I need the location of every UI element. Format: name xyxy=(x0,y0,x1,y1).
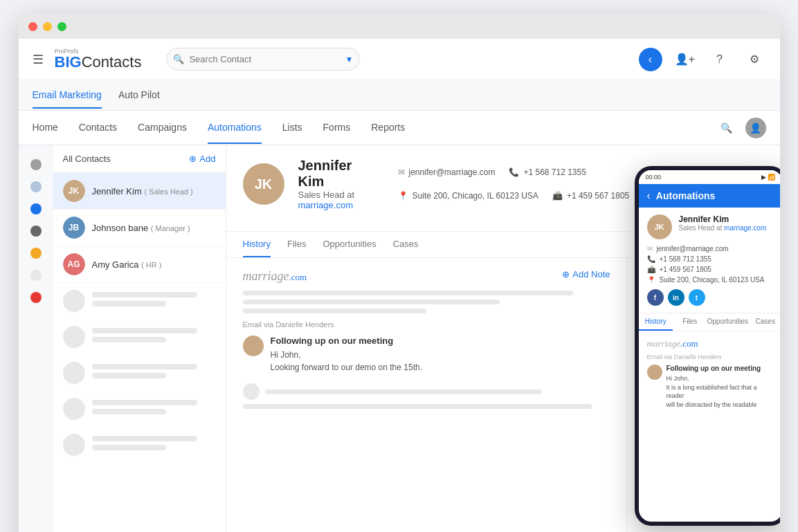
mobile-tab-history[interactable]: History xyxy=(639,313,673,331)
plus-icon-note: ⊕ xyxy=(562,269,570,279)
mobile-email-greeting: Hi John, xyxy=(666,374,774,383)
detail-name-role: Jennifer Kim Sales Head at marriage.com xyxy=(298,158,370,210)
mobile-facebook-icon[interactable]: f xyxy=(647,289,664,306)
detail-role: Sales Head at marriage.com xyxy=(298,190,370,210)
search-icon: 🔍 xyxy=(173,54,184,64)
detail-avatar: JK xyxy=(243,163,284,205)
mobile-social-icons: f in t xyxy=(647,289,774,306)
address-info: 📍 Suite 200, Chicago, IL 60123 USA xyxy=(398,191,538,201)
add-user-button[interactable]: 👤+ xyxy=(673,48,697,71)
mobile-address-info: 📍 Suite 200, Chicago, IL 60123 USA xyxy=(647,276,774,284)
mobile-tab-opportunities[interactable]: Opportunities xyxy=(707,313,748,331)
mobile-company-link[interactable]: marriage.com xyxy=(724,224,766,232)
tab-email-marketing[interactable]: Email Marketing xyxy=(33,82,102,109)
skeleton-item-4 xyxy=(53,391,226,427)
sidebar-dot-5[interactable] xyxy=(30,248,42,259)
mobile-email-text1: It is a long established fact that a rea… xyxy=(666,383,774,401)
tab-auto-pilot[interactable]: Auto Pilot xyxy=(118,82,160,109)
mobile-header-title: Automations xyxy=(656,190,716,201)
help-button[interactable]: ? xyxy=(708,48,732,71)
mobile-location-icon: 📍 xyxy=(647,276,655,284)
sidebar-dot-4[interactable] xyxy=(30,226,42,237)
close-dot[interactable] xyxy=(28,22,37,31)
skeleton-group-2 xyxy=(243,383,610,409)
nav-home[interactable]: Home xyxy=(33,112,58,144)
mobile-email-row: Following up on our meeting Hi John, It … xyxy=(647,365,774,409)
mobile-tab-files[interactable]: Files xyxy=(673,313,707,331)
mobile-screen: 00:00 ▶ 📶 ‹ Automations JK Jennifer Kim xyxy=(639,170,780,522)
contact-info-johnson: Johnson bane ( Manager ) xyxy=(92,223,216,233)
detail-name: Jennifer Kim xyxy=(298,158,370,190)
logo: ProProfs BIGContacts xyxy=(55,48,142,70)
skeleton-line-1 xyxy=(243,291,574,295)
menu-icon[interactable]: ☰ xyxy=(33,52,44,67)
contact-detail-fields: ✉ jennifer@marriage.com 📞 +1 568 712 135… xyxy=(398,167,672,201)
mobile-status-bar: 00:00 ▶ 📶 xyxy=(639,170,780,184)
marriage-logo: marriage.com xyxy=(243,269,610,284)
skeleton-item-1 xyxy=(53,283,226,319)
sidebar-dot-3[interactable] xyxy=(30,203,42,214)
sidebar-dot-2[interactable] xyxy=(30,181,42,192)
contacts-title: All Contacts xyxy=(63,154,111,164)
tab-opportunities[interactable]: Opportunities xyxy=(323,232,376,257)
contact-name-jennifer: Jennifer Kim ( Sales Head ) xyxy=(92,186,216,196)
mobile-fax-info: 📠 +1 459 567 1805 xyxy=(647,266,774,273)
contact-item-amy[interactable]: AG Amy Garica ( HR ) xyxy=(53,246,226,283)
location-icon: 📍 xyxy=(398,191,408,201)
tab-cases[interactable]: Cases xyxy=(393,232,419,257)
plus-icon: ⊕ xyxy=(189,154,197,164)
mobile-email-avatar xyxy=(647,365,662,380)
nav-automations[interactable]: Automations xyxy=(208,112,262,144)
contact-item-jennifer[interactable]: JK Jennifer Kim ( Sales Head ) xyxy=(53,173,226,210)
avatar-jennifer: JK xyxy=(63,180,85,202)
nav-forms[interactable]: Forms xyxy=(323,112,351,144)
minimize-dot[interactable] xyxy=(43,22,52,31)
mobile-contact-name: Jennifer Kim xyxy=(679,214,767,224)
mobile-twitter-icon[interactable]: t xyxy=(689,289,705,306)
mobile-tab-cases[interactable]: Cases xyxy=(748,313,780,331)
mobile-back-button[interactable]: ‹ xyxy=(647,190,651,202)
sidebar-dot-1[interactable] xyxy=(30,159,42,170)
contact-item-johnson[interactable]: JB Johnson bane ( Manager ) xyxy=(53,210,226,246)
browser-titlebar xyxy=(19,14,780,39)
logo-big: BIG xyxy=(55,53,82,71)
dropdown-arrow-icon[interactable]: ▼ xyxy=(345,55,354,64)
contact-name-johnson: Johnson bane ( Manager ) xyxy=(92,223,216,233)
avatar-amy: AG xyxy=(63,253,85,275)
email-info: ✉ jennifer@marriage.com xyxy=(398,167,496,177)
nav-lists[interactable]: Lists xyxy=(282,112,302,144)
search-input[interactable] xyxy=(166,48,360,71)
email-subject: Following up on our meeting xyxy=(271,336,610,346)
history-panel: ⊕ Add Note marriage.com Email via Daniel… xyxy=(226,258,628,532)
search-icon-main[interactable]: 🔍 xyxy=(716,118,737,138)
main-nav-icons: 🔍 👤 xyxy=(716,118,766,138)
company-link[interactable]: marriage.com xyxy=(298,200,353,210)
mobile-email-text2: will be distracted by the readable xyxy=(666,401,774,410)
user-avatar-icon[interactable]: 👤 xyxy=(745,118,766,138)
add-note-button[interactable]: ⊕ Add Note xyxy=(562,269,610,279)
main-nav: Home Contacts Campaigns Automations List… xyxy=(19,111,780,145)
email-sender-avatar xyxy=(243,336,264,356)
email-greeting: Hi John, xyxy=(271,350,610,360)
fax-info: 📠 +1 459 567 1805 xyxy=(552,191,629,201)
tab-history[interactable]: History xyxy=(243,232,271,257)
mobile-history: marriage.com Email via Danielle Henders … xyxy=(639,331,780,522)
envelope-icon: ✉ xyxy=(398,167,405,177)
sidebar-dot-7[interactable] xyxy=(30,292,42,303)
tab-files[interactable]: Files xyxy=(287,232,306,257)
add-contact-button[interactable]: ⊕ Add xyxy=(189,154,215,164)
mobile-linkedin-icon[interactable]: in xyxy=(668,289,684,306)
logo-bigcontacts: BIGContacts xyxy=(55,55,142,70)
nav-campaigns[interactable]: Campaigns xyxy=(138,112,187,144)
nav-contacts[interactable]: Contacts xyxy=(79,112,117,144)
contact-info-jennifer: Jennifer Kim ( Sales Head ) xyxy=(92,186,216,196)
app-wrapper: ☰ ProProfs BIGContacts 🔍 ▼ ‹ 👤+ ? ⚙ xyxy=(19,39,780,532)
contact-name-amy: Amy Garica ( HR ) xyxy=(92,259,216,270)
nav-reports[interactable]: Reports xyxy=(371,112,405,144)
back-button[interactable]: ‹ xyxy=(639,48,662,71)
maximize-dot[interactable] xyxy=(57,22,66,31)
settings-button[interactable]: ⚙ xyxy=(743,48,766,71)
mobile-contact-row: JK Jennifer Kim Sales Head at marriage.c… xyxy=(647,214,774,239)
mobile-phone-icon: 📞 xyxy=(647,255,655,263)
sub-nav: Email Marketing Auto Pilot xyxy=(19,80,780,111)
